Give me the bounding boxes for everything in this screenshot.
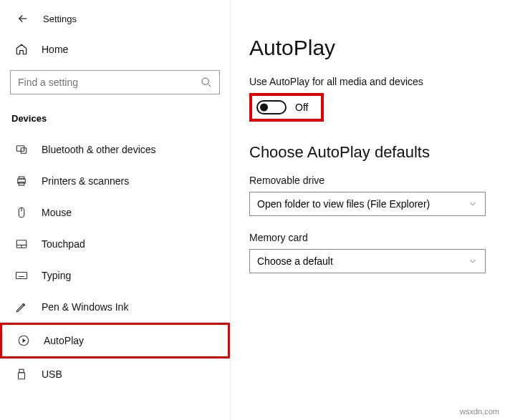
memory-card-label: Memory card — [249, 232, 486, 243]
dropdown-value: Open folder to view files (File Explorer… — [257, 198, 430, 210]
toggle-state-text: Off — [295, 102, 308, 113]
nav-typing[interactable]: Typing — [0, 260, 230, 291]
svg-rect-18 — [19, 369, 24, 373]
mouse-icon — [14, 206, 29, 219]
svg-rect-1 — [16, 146, 24, 152]
window-title: Settings — [43, 14, 77, 24]
nav-label: Bluetooth & other devices — [42, 144, 156, 155]
chevron-down-icon — [468, 199, 478, 209]
nav-label: Mouse — [42, 207, 72, 218]
memory-card-dropdown[interactable]: Choose a default — [249, 249, 486, 273]
watermark: wsxdn.com — [460, 407, 499, 416]
arrow-left-icon — [16, 12, 29, 25]
svg-point-0 — [202, 78, 208, 84]
nav-touchpad[interactable]: Touchpad — [0, 228, 230, 260]
svg-rect-5 — [19, 182, 24, 186]
nav-label: Printers & scanners — [42, 175, 129, 187]
nav-usb[interactable]: USB — [0, 358, 230, 390]
nav-label: Pen & Windows Ink — [42, 301, 128, 313]
home-nav[interactable]: Home — [0, 36, 230, 63]
dropdown-value: Choose a default — [257, 255, 333, 267]
home-icon — [14, 43, 29, 56]
search-icon — [201, 77, 212, 88]
touchpad-icon — [14, 238, 29, 250]
printer-icon — [14, 175, 29, 187]
home-label: Home — [42, 44, 68, 55]
autoplay-toggle[interactable] — [256, 100, 287, 114]
nav-pen[interactable]: Pen & Windows Ink — [0, 291, 230, 323]
section-title: Devices — [0, 107, 230, 134]
sidebar: Settings Home Devices Bluetooth & other … — [0, 0, 231, 420]
toggle-label: Use AutoPlay for all media and devices — [249, 76, 486, 87]
nav-mouse[interactable]: Mouse — [0, 197, 230, 228]
pen-icon — [14, 301, 29, 313]
usb-icon — [14, 368, 29, 381]
defaults-heading: Choose AutoPlay defaults — [249, 143, 486, 162]
svg-rect-2 — [21, 148, 27, 154]
svg-rect-11 — [16, 273, 27, 279]
search-input[interactable] — [18, 77, 201, 88]
keyboard-icon — [14, 269, 29, 282]
header-row: Settings — [0, 9, 230, 36]
nav-bluetooth[interactable]: Bluetooth & other devices — [0, 134, 230, 165]
nav-label: Touchpad — [42, 238, 85, 250]
nav-label: AutoPlay — [44, 335, 84, 346]
nav-printers[interactable]: Printers & scanners — [0, 165, 230, 197]
removable-drive-label: Removable drive — [249, 175, 486, 186]
page-title: AutoPlay — [249, 36, 486, 60]
chevron-down-icon — [468, 256, 478, 266]
toggle-knob — [260, 104, 268, 112]
toggle-highlight: Off — [249, 93, 324, 122]
nav-label: USB — [42, 368, 62, 380]
autoplay-icon — [16, 334, 31, 347]
search-box[interactable] — [10, 70, 220, 94]
back-button[interactable] — [16, 11, 30, 26]
nav-autoplay[interactable]: AutoPlay — [0, 323, 230, 358]
removable-drive-dropdown[interactable]: Open folder to view files (File Explorer… — [249, 192, 486, 216]
devices-icon — [14, 143, 29, 156]
nav-label: Typing — [42, 270, 71, 281]
content-pane: AutoPlay Use AutoPlay for all media and … — [231, 0, 505, 420]
svg-rect-19 — [19, 373, 25, 379]
svg-rect-4 — [19, 177, 24, 179]
